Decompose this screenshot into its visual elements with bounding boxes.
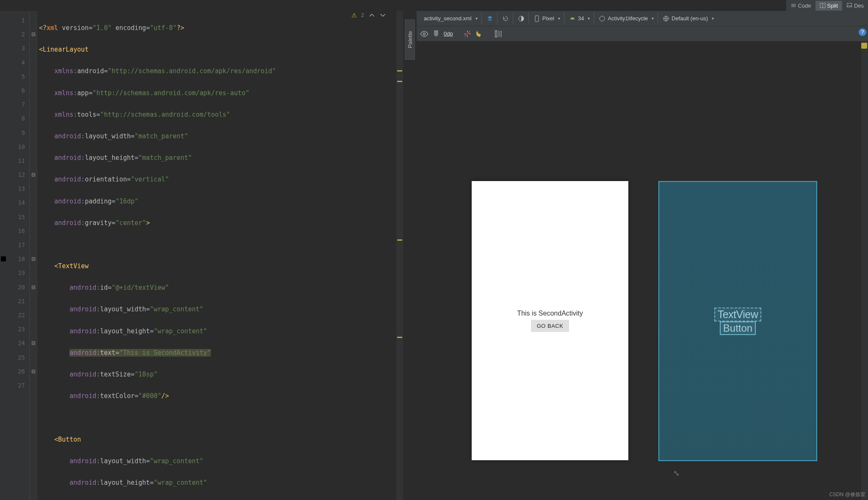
fold-close[interactable]: ⊟ (30, 336, 37, 350)
theme-icon (599, 15, 605, 22)
line-number-gutter: 123 456 789 101112 131415 161718 192021 … (8, 11, 30, 500)
tab-split[interactable]: Split (815, 1, 842, 11)
fold-toggle[interactable]: ⊟ (30, 280, 37, 294)
eye-icon[interactable] (420, 30, 428, 38)
resize-grip-icon[interactable]: ⤡ (673, 469, 682, 477)
warning-indicator-icon[interactable] (861, 43, 867, 49)
fold-toggle[interactable]: ⊟ (30, 168, 37, 182)
api-label: 34 (578, 15, 584, 22)
infer-constraints-icon[interactable] (475, 30, 484, 38)
tab-design-label: Des (854, 3, 864, 9)
default-margin[interactable]: 0dp (444, 30, 453, 37)
warning-icon: ⚠ (351, 12, 357, 19)
prev-highlight[interactable] (368, 12, 375, 19)
layout-file-label: activity_second.xml (424, 15, 472, 22)
chevron-down-icon: ▾ (475, 16, 478, 21)
svg-point-5 (573, 18, 573, 19)
blueprint-preview[interactable]: TextView Button (658, 181, 817, 461)
chevron-down-icon: ▾ (712, 16, 714, 21)
watermark: CSDN @修炼室 (829, 491, 865, 498)
fold-close[interactable]: ⊟ (30, 365, 37, 379)
design-overview-ruler (861, 41, 868, 500)
svg-rect-3 (535, 16, 539, 22)
editor-inspections: ⚠ 2 (351, 12, 386, 19)
code-area[interactable]: <?xml version="1.0" encoding="utf-8"?> <… (37, 11, 403, 500)
fold-gutter: ⊟ ⊟ ⊟ ⊟ ⊟ ⊟ (30, 11, 37, 500)
design-icon (846, 3, 852, 8)
device-dropdown[interactable]: Pixel ▾ (530, 13, 564, 25)
design-surface-dropdown[interactable] (483, 13, 498, 25)
svg-rect-9 (495, 30, 497, 37)
editor-overview-ruler[interactable] (396, 11, 403, 500)
tab-code-label: Code (798, 3, 811, 9)
clear-constraints-icon[interactable] (463, 30, 472, 38)
locale-dropdown[interactable]: Default (en-us) ▾ (659, 13, 718, 25)
code-editor: 123 456 789 101112 131415 161718 192021 … (0, 11, 403, 500)
marker-gutter (0, 11, 8, 500)
device-preview[interactable]: This is SecondActivity GO BACK (472, 181, 628, 460)
locale-label: Default (en-us) (672, 15, 708, 22)
theme-label: Activity1lifecycle (608, 15, 648, 22)
layers-icon (487, 15, 493, 22)
svg-point-6 (600, 16, 605, 21)
guidelines-icon[interactable] (494, 30, 502, 38)
warning-marker[interactable] (397, 239, 402, 241)
help-icon[interactable]: ? (859, 28, 866, 36)
warning-marker[interactable] (397, 337, 402, 338)
design-canvas: This is SecondActivity GO BACK TextView … (417, 41, 868, 500)
split-icon (820, 3, 826, 8)
phone-icon (534, 15, 540, 22)
blueprint-button[interactable]: Button (720, 321, 756, 335)
palette-label: Palette (407, 31, 413, 48)
fold-toggle[interactable]: ⊟ (30, 27, 37, 41)
code-icon (791, 3, 796, 8)
device-label: Pixel (542, 15, 554, 22)
globe-icon (663, 15, 669, 22)
fold-close[interactable]: ⊟ (30, 252, 37, 266)
blueprint-textview[interactable]: TextView (714, 308, 762, 321)
android-icon (569, 15, 576, 22)
api-dropdown[interactable]: 34 ▾ (565, 13, 594, 25)
warning-marker[interactable] (397, 70, 402, 71)
orientation-dropdown[interactable] (498, 13, 513, 25)
warning-marker[interactable] (397, 81, 402, 82)
preview-textview[interactable]: This is SecondActivity (517, 310, 583, 317)
svg-point-8 (423, 33, 426, 35)
layout-file-dropdown[interactable]: activity_second.xml ▾ (420, 13, 482, 25)
warning-count: 2 (361, 12, 364, 18)
theme-dropdown[interactable]: Activity1lifecycle ▾ (595, 13, 658, 25)
design-toolbar: activity_second.xml ▾ Pixel ▾ 34 ▾ Act (417, 11, 868, 26)
tab-split-label: Split (827, 3, 838, 9)
rotate-icon (502, 15, 509, 22)
magnet-icon[interactable] (432, 30, 440, 38)
design-subtoolbar: 0dp (417, 26, 868, 41)
tab-code[interactable]: Code (786, 1, 815, 11)
palette-tab[interactable]: Palette (405, 19, 415, 60)
chevron-down-icon: ▾ (588, 16, 590, 21)
night-mode-dropdown[interactable] (514, 13, 529, 25)
chevron-down-icon: ▾ (558, 16, 560, 21)
half-circle-icon (518, 15, 525, 22)
view-mode-tabs: Code Split Des (786, 0, 868, 11)
chevron-down-icon: ▾ (652, 16, 654, 21)
next-highlight[interactable] (379, 12, 386, 19)
preview-button[interactable]: GO BACK (531, 320, 569, 332)
color-swatch-black[interactable] (1, 256, 6, 261)
tab-design[interactable]: Des (842, 1, 868, 11)
svg-point-4 (571, 18, 572, 19)
